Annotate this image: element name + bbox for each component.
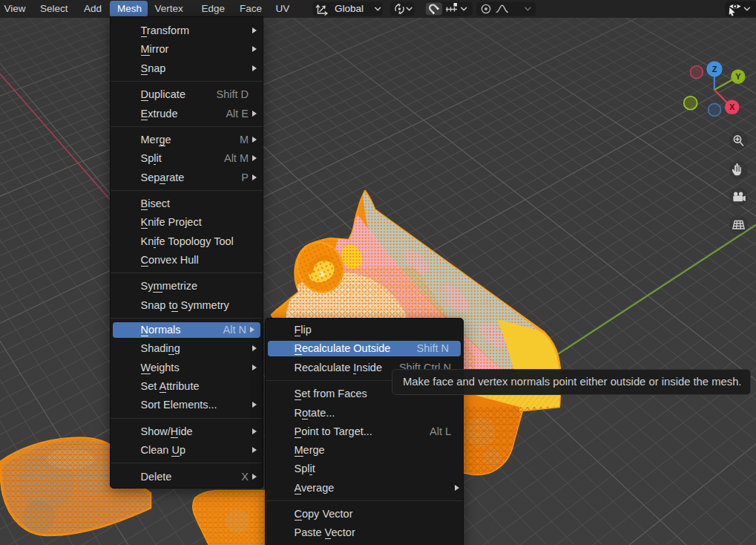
svg-text:Z: Z [712, 65, 717, 74]
svg-text:Y: Y [735, 72, 741, 81]
svg-text:X: X [729, 102, 735, 111]
